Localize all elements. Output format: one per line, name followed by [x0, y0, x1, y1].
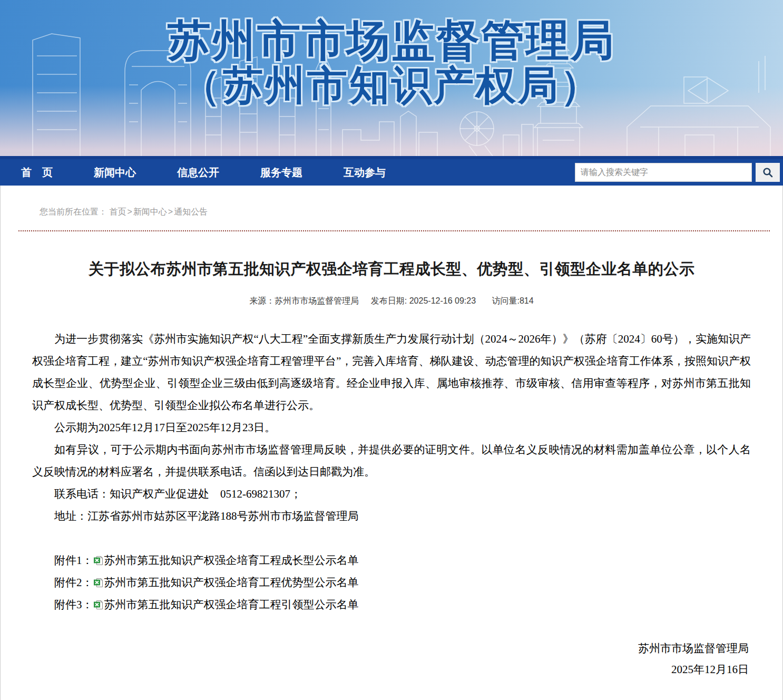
attachment-link[interactable]: 苏州市第五批知识产权强企培育工程优势型公示名单 [104, 576, 359, 589]
signature-block: 苏州市市场监督管理局 2025年12月16日 [1, 638, 782, 680]
attachment-label: 附件1： [54, 554, 93, 567]
signature-date: 2025年12月16日 [1, 659, 749, 680]
main-nav: 首 页 新闻中心 信息公开 服务专题 互动参与 [0, 159, 783, 186]
attachment-label: 附件2： [54, 576, 93, 589]
search-button[interactable] [756, 163, 780, 182]
attachment-list: 附件1：苏州市第五批知识产权强企培育工程成长型公示名单 附件2：苏州市第五批知识… [1, 549, 782, 616]
attachment-link[interactable]: 苏州市第五批知识产权强企培育工程成长型公示名单 [104, 554, 359, 567]
paragraph-contact-phone: 联系电话：知识产权产业促进处 0512-69821307； [32, 483, 751, 505]
attachment-row: 附件2：苏州市第五批知识产权强企培育工程优势型公示名单 [32, 571, 751, 594]
page-content: 您当前所在位置： 首页>新闻中心>通知公告 关于拟公布苏州市第五批知识产权强企培… [0, 186, 783, 700]
excel-file-icon [93, 577, 104, 588]
org-title-line2: （苏州市知识产权局） [0, 65, 783, 105]
excel-file-icon [93, 555, 104, 566]
meta-date-label: 发布日期: [371, 296, 407, 305]
paragraph-address: 地址：江苏省苏州市姑苏区平泷路188号苏州市市场监督管理局 [32, 505, 751, 527]
article-title: 关于拟公布苏州市第五批知识产权强企培育工程成长型、优势型、引领型企业名单的公示 [1, 259, 782, 280]
meta-visits-label: 访问量: [492, 296, 519, 305]
attachment-row: 附件1：苏州市第五批知识产权强企培育工程成长型公示名单 [32, 549, 751, 571]
attachment-row: 附件3：苏州市第五批知识产权强企培育工程引领型公示名单 [32, 594, 751, 616]
meta-visits-value: 814 [520, 296, 534, 305]
signature-org: 苏州市市场监督管理局 [1, 638, 749, 659]
article-meta: 来源：苏州市市场监督管理局 发布日期: 2025-12-16 09:23 访问量… [1, 296, 782, 307]
attachment-link[interactable]: 苏州市第五批知识产权强企培育工程引领型公示名单 [104, 598, 359, 611]
excel-file-icon [93, 599, 104, 610]
paragraph: 如有异议，可于公示期内书面向苏州市市场监督管理局反映，并提供必要的证明文件。以单… [32, 439, 751, 483]
paragraph: 为进一步贯彻落实《苏州市实施知识产权“八大工程”全面支撑新质生产力发展行动计划（… [32, 328, 751, 416]
meta-source-value: 苏州市市场监督管理局 [275, 296, 359, 305]
meta-source-label: 来源： [249, 296, 275, 305]
search-input[interactable] [575, 163, 752, 182]
breadcrumb-divider [18, 230, 770, 231]
nav-item-info-disclosure[interactable]: 信息公开 [177, 166, 219, 180]
breadcrumb-prefix: 您当前所在位置： [40, 207, 107, 216]
paragraph: 公示期为2025年12月17日至2025年12月23日。 [32, 416, 751, 439]
breadcrumb: 您当前所在位置： 首页>新闻中心>通知公告 [1, 186, 782, 218]
breadcrumb-item-news[interactable]: 新闻中心 [133, 207, 167, 216]
search-box [575, 163, 780, 182]
nav-item-interaction[interactable]: 互动参与 [344, 166, 386, 180]
nav-item-home[interactable]: 首 页 [21, 166, 53, 180]
meta-date-value: 2025-12-16 09:23 [409, 296, 476, 305]
breadcrumb-separator: > [168, 207, 173, 216]
nav-item-service-topics[interactable]: 服务专题 [260, 166, 302, 180]
attachment-label: 附件3： [54, 598, 93, 611]
breadcrumb-separator: > [127, 207, 132, 216]
search-icon [762, 167, 774, 178]
article-body: 为进一步贯彻落实《苏州市实施知识产权“八大工程”全面支撑新质生产力发展行动计划（… [1, 328, 782, 527]
breadcrumb-item-home[interactable]: 首页 [109, 207, 126, 216]
breadcrumb-item-notices[interactable]: 通知公告 [174, 207, 208, 216]
nav-item-news[interactable]: 新闻中心 [94, 166, 136, 180]
site-banner: 苏州市市场监督管理局 （苏州市知识产权局） [0, 0, 783, 156]
org-title-line1: 苏州市市场监督管理局 [0, 19, 783, 62]
